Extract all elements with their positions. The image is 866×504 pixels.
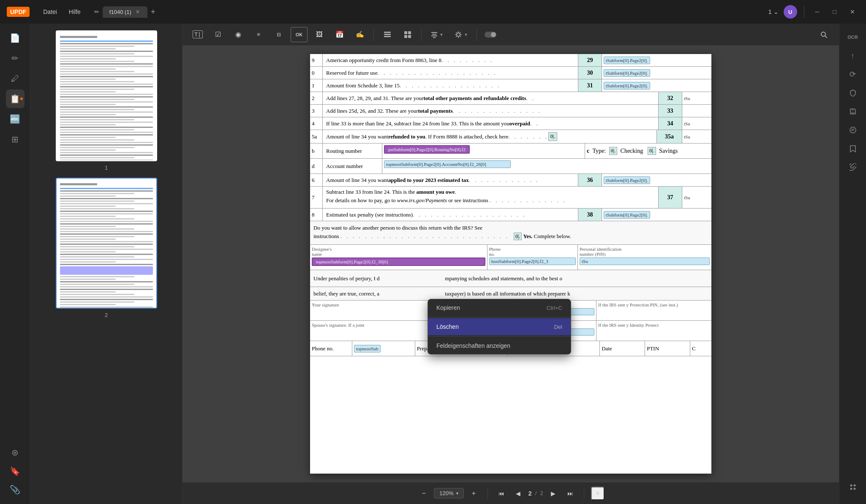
convert-icon[interactable]: ⟳ — [844, 66, 861, 83]
row-num-37: 7 — [310, 187, 323, 208]
search-tool[interactable] — [815, 27, 832, 42]
phone-no-field[interactable]: topmostSub — [354, 345, 381, 352]
row-text-38: Estimated tax penalty (see instructions)… — [323, 209, 578, 221]
menu-datei[interactable]: Datei — [38, 6, 62, 18]
list-tool[interactable]: ≡ — [250, 27, 267, 42]
tab-add-button[interactable]: + — [147, 6, 159, 18]
ok-tool[interactable]: OK — [291, 27, 308, 42]
tab-pencil-icon: ✏ — [94, 8, 99, 15]
sidebar-icon-edit[interactable]: 🖊 — [6, 69, 25, 88]
sidebar-icon-reader[interactable]: 📄 — [6, 29, 25, 47]
routing-field[interactable]: pstSubform[0].Page2[0].RoutingNo[0].f2 — [384, 145, 470, 154]
image-tool[interactable]: 🖼 — [311, 27, 328, 42]
page-prev-button[interactable]: ◀ — [512, 487, 525, 500]
row-num-33: 3 — [310, 105, 323, 117]
phone-col: Phone no. hostSubform[0].Page2[0].f2_3 — [487, 245, 578, 270]
sidebar-icon-organize[interactable]: ⊞ — [6, 130, 25, 149]
row-field-31[interactable]: tSubform[0].Page2[0]. — [602, 79, 711, 92]
protect-icon[interactable] — [844, 84, 861, 101]
date-tool[interactable]: 📅 — [331, 27, 348, 42]
radio-tool[interactable]: ◉ — [230, 27, 247, 42]
ctx-separator-2 — [428, 336, 571, 336]
sidebar-icon-clip[interactable]: 📎 — [6, 480, 25, 499]
ctx-properties[interactable]: Feldeigenschaften anzeigen — [428, 337, 571, 354]
ocr-icon[interactable]: OCR — [844, 29, 861, 46]
tab-area: ✏ f1040 (1) ✕ + — [94, 6, 768, 18]
page-last-button[interactable]: ⏭ — [564, 487, 577, 500]
align-tool[interactable]: ▾ — [427, 27, 447, 42]
phone-field-col[interactable]: topmostSub — [352, 341, 415, 356]
signature-tool[interactable]: ✍ — [351, 27, 368, 42]
form-grid-tool[interactable] — [399, 27, 416, 42]
row-field-32[interactable]: tSu — [682, 92, 711, 104]
attach-icon[interactable] — [844, 159, 861, 176]
menu-hilfe[interactable]: Hilfe — [64, 6, 86, 18]
thumbnail-2[interactable]: 2 — [56, 178, 157, 318]
zoom-minus-button[interactable]: − — [417, 487, 430, 500]
irs-sent-col: If the IRS sent y Protection PIN, (see i… — [596, 301, 711, 320]
row-field-37[interactable]: tSu — [682, 187, 711, 208]
share-icon[interactable]: ↑ — [844, 47, 861, 64]
pin-field[interactable]: tSu — [580, 257, 710, 265]
maximize-button[interactable]: □ — [829, 7, 841, 17]
content-area: T| ☑ ◉ ≡ ⊟ OK 🖼 📅 ✍ — [182, 24, 839, 504]
row-field-29[interactable]: tSubform[0].Page2[0]. — [602, 54, 711, 66]
svg-point-15 — [850, 127, 856, 133]
updf-logo[interactable]: UPDF — [7, 7, 30, 17]
tab-close-icon[interactable]: ✕ — [135, 9, 141, 15]
field-38[interactable]: tSubform[0].Page2[0]. — [604, 211, 650, 219]
field-29[interactable]: tSubform[0].Page2[0]. — [604, 57, 650, 64]
ai-chat-icon[interactable] — [844, 122, 861, 138]
account-field[interactable]: topmostSubform[0].Page2[0].AccountNo[0].… — [384, 160, 511, 168]
sidebar-icon-bookmark[interactable]: 🔖 — [6, 462, 25, 480]
field-30[interactable]: tSubform[0].Page2[0]. — [604, 69, 650, 77]
page-next-button[interactable]: ▶ — [547, 487, 560, 500]
sidebar-icon-forms[interactable]: 📋 — [6, 89, 25, 108]
user-avatar[interactable]: U — [784, 5, 797, 19]
save-icon[interactable] — [844, 103, 861, 120]
row-field-30[interactable]: tSubform[0].Page2[0]. — [602, 67, 711, 79]
phone-field[interactable]: hostSubform[0].Page2[0].f2_3 — [489, 257, 576, 265]
field-36[interactable]: tSubform[0].Page2[0]. — [604, 176, 650, 184]
pdf-row-36: 6 Amount of line 34 you want applied to … — [310, 174, 711, 187]
row-field-38[interactable]: tSubform[0].Page2[0]. — [602, 209, 711, 221]
checkbox-tool[interactable]: ☑ — [210, 27, 226, 42]
form-list-tool[interactable] — [379, 27, 396, 42]
page-indicator[interactable]: 1 ⌄ — [768, 8, 779, 15]
ctx-copy[interactable]: Kopieren Ctrl+C — [428, 299, 571, 316]
page-first-button[interactable]: ⏮ — [495, 487, 508, 500]
zoom-plus-button[interactable]: + — [467, 487, 481, 500]
row-text-31: Amount from Schedule 3, line 15 . . . . … — [323, 79, 578, 92]
designee-name-field[interactable]: topmostSubform[0].Page2[0].f2_30[0] — [312, 257, 485, 266]
tab-label: f1040 (1) — [109, 9, 131, 15]
pdf-row-31: 1 Amount from Schedule 3, line 15 . . . … — [310, 79, 711, 92]
sidebar-icon-annotate[interactable]: ✏ — [6, 49, 25, 68]
pdf-view[interactable]: 9 American opportunity credit from Form … — [182, 46, 839, 482]
bookmark-icon[interactable] — [844, 140, 861, 157]
ctx-delete[interactable]: Löschen Del — [428, 318, 571, 335]
pdf-row-35b: b Routing number pstSubform[0].Page2[0].… — [310, 144, 711, 159]
thumbnail-1[interactable]: 1 — [56, 30, 157, 171]
page-total: 2 — [540, 490, 543, 496]
field-31[interactable]: tSubform[0].Page2[0]. — [604, 82, 650, 89]
close-window-button[interactable]: ✕ — [846, 7, 859, 17]
row-field-33[interactable] — [682, 105, 711, 117]
sidebar-icon-layers[interactable]: ⊛ — [6, 443, 25, 462]
text-field-tool[interactable]: T| — [189, 27, 206, 42]
minimize-button[interactable]: ─ — [811, 7, 824, 17]
row-field-34[interactable]: tSu — [682, 117, 711, 130]
properties-tool[interactable]: ▾ — [450, 27, 471, 42]
tab-f1040[interactable]: f1040 (1) ✕ — [103, 6, 147, 18]
context-menu: Kopieren Ctrl+C Löschen Del Feldeigensch… — [428, 299, 571, 355]
apps-icon[interactable] — [844, 479, 861, 496]
toggle-tool[interactable] — [482, 27, 499, 42]
row-text-perjury2: belief, they are true, correct, a taxpay… — [310, 287, 711, 300]
row-lineno-30: 30 — [578, 67, 602, 79]
sidebar-icon-ocr2[interactable]: 🔤 — [6, 110, 25, 128]
row-field-36[interactable]: tSubform[0].Page2[0]. — [602, 174, 711, 186]
row-field-35a[interactable]: tSu — [682, 130, 711, 143]
dropdown-tool[interactable]: ⊟ — [270, 27, 287, 42]
bottom-close-button[interactable]: ✕ — [591, 487, 605, 500]
zoom-display[interactable]: 120% ▾ — [434, 488, 463, 499]
row-text-36: Amount of line 34 you want applied to yo… — [323, 174, 578, 186]
